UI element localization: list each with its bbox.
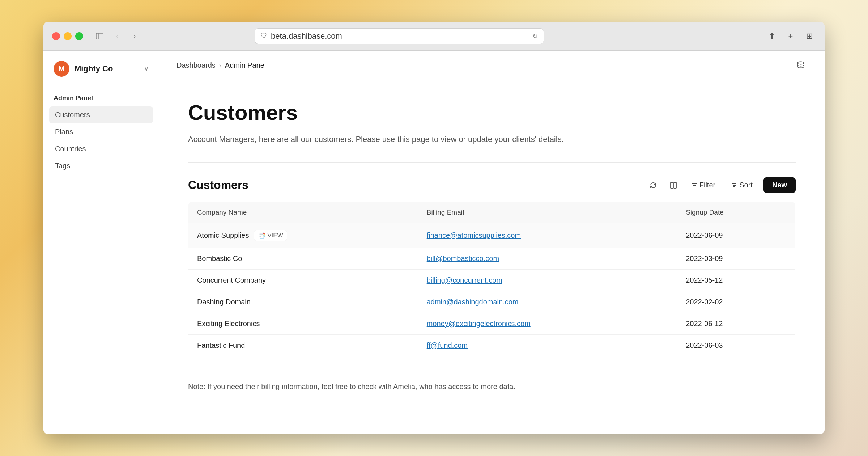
cell-signup: 2022-03-09 xyxy=(677,248,795,270)
cell-company: Fantastic Fund xyxy=(188,335,418,356)
column-signup: Signup Date xyxy=(677,202,795,223)
email-link[interactable]: finance@atomicsupplies.com xyxy=(427,231,521,239)
svg-point-2 xyxy=(797,62,804,64)
cell-email: money@excitingelectronics.com xyxy=(418,313,677,335)
cell-email: ff@fund.com xyxy=(418,335,677,356)
sidebar-item-customers[interactable]: Customers xyxy=(49,106,153,123)
svg-rect-3 xyxy=(671,182,673,188)
new-tab-button[interactable]: + xyxy=(784,30,797,43)
email-link[interactable]: billing@concurrent.com xyxy=(427,276,502,284)
email-link[interactable]: bill@bombasticco.com xyxy=(427,254,499,262)
sidebar-item-tags[interactable]: Tags xyxy=(49,157,153,174)
cell-signup: 2022-06-03 xyxy=(677,335,795,356)
traffic-lights xyxy=(52,32,83,40)
browser-actions: ⬆ + ⊞ xyxy=(765,30,816,43)
breadcrumb-root[interactable]: Dashboards xyxy=(176,61,216,69)
email-link[interactable]: money@excitingelectronics.com xyxy=(427,320,531,328)
column-email: Billing Email xyxy=(418,202,677,223)
cell-company: Exciting Electronics xyxy=(188,313,418,335)
cell-company: Atomic Supplies📑 VIEW xyxy=(188,223,418,248)
reload-icon[interactable]: ↻ xyxy=(532,32,538,40)
table-row[interactable]: Fantastic Fundff@fund.com2022-06-03 xyxy=(188,335,796,356)
app-layout: M Mighty Co ∨ Admin Panel Customers Plan… xyxy=(43,51,825,434)
sidebar-section: Admin Panel Customers Plans Countries Ta… xyxy=(43,84,159,182)
sidebar-section-title: Admin Panel xyxy=(49,92,153,106)
sidebar: M Mighty Co ∨ Admin Panel Customers Plan… xyxy=(43,51,159,434)
share-button[interactable]: ⬆ xyxy=(765,30,778,43)
cell-email: billing@concurrent.com xyxy=(418,270,677,291)
refresh-button[interactable] xyxy=(646,178,660,193)
shield-icon: 🛡 xyxy=(261,32,267,40)
table-header: Customers xyxy=(188,177,796,193)
table-actions: Filter Sort New xyxy=(646,177,796,193)
cell-signup: 2022-05-12 xyxy=(677,270,795,291)
table-section: Customers xyxy=(188,177,796,356)
browser-window: ‹ › 🛡 beta.dashibase.com ↻ ⬆ + ⊞ M Might… xyxy=(43,22,825,434)
svg-rect-4 xyxy=(674,182,676,188)
address-bar[interactable]: 🛡 beta.dashibase.com ↻ xyxy=(255,28,544,44)
cell-email: finance@atomicsupplies.com xyxy=(418,223,677,248)
table-header-row: Company Name Billing Email Signup Date xyxy=(188,202,796,223)
table-row[interactable]: Concurrent Companybilling@concurrent.com… xyxy=(188,270,796,291)
page-content: Customers Account Managers, here are all… xyxy=(159,80,825,434)
sidebar-item-plans[interactable]: Plans xyxy=(49,123,153,140)
table-title: Customers xyxy=(188,178,248,192)
sidebar-toggle-button[interactable] xyxy=(93,30,106,43)
filter-button[interactable]: Filter xyxy=(686,178,720,192)
customers-table: Company Name Billing Email Signup Date A… xyxy=(188,202,796,356)
cell-company: Bombastic Co xyxy=(188,248,418,270)
new-button[interactable]: New xyxy=(763,177,796,193)
cell-signup: 2022-06-09 xyxy=(677,223,795,248)
page-description: Account Managers, here are all our custo… xyxy=(188,133,796,145)
note-text: Note: If you need their billing informat… xyxy=(188,374,796,391)
breadcrumb-separator: › xyxy=(219,62,221,69)
browser-controls: ‹ › xyxy=(93,30,141,43)
tab-overview-button[interactable]: ⊞ xyxy=(803,30,816,43)
breadcrumb-current: Admin Panel xyxy=(225,61,266,69)
cell-company: Dashing Domain xyxy=(188,291,418,313)
sidebar-header: M Mighty Co ∨ xyxy=(43,51,159,84)
column-company: Company Name xyxy=(188,202,418,223)
topbar: Dashboards › Admin Panel xyxy=(159,51,825,80)
email-link[interactable]: ff@fund.com xyxy=(427,341,468,349)
columns-button[interactable] xyxy=(666,178,681,193)
cell-company: Concurrent Company xyxy=(188,270,418,291)
url-text: beta.dashibase.com xyxy=(271,31,342,41)
breadcrumb: Dashboards › Admin Panel xyxy=(176,61,266,69)
browser-chrome: ‹ › 🛡 beta.dashibase.com ↻ ⬆ + ⊞ xyxy=(43,22,825,51)
table-row[interactable]: Bombastic Cobill@bombasticco.com2022-03-… xyxy=(188,248,796,270)
view-badge[interactable]: 📑 VIEW xyxy=(254,230,287,241)
table-row[interactable]: Atomic Supplies📑 VIEWfinance@atomicsuppl… xyxy=(188,223,796,248)
org-avatar: M xyxy=(54,61,69,77)
minimize-button[interactable] xyxy=(64,32,72,40)
email-link[interactable]: admin@dashingdomain.com xyxy=(427,298,519,306)
divider xyxy=(188,162,796,163)
sort-button[interactable]: Sort xyxy=(726,178,758,192)
topbar-actions xyxy=(794,59,807,72)
org-name: Mighty Co xyxy=(75,64,139,73)
cell-email: bill@bombasticco.com xyxy=(418,248,677,270)
org-dropdown-icon[interactable]: ∨ xyxy=(144,65,149,73)
close-button[interactable] xyxy=(52,32,60,40)
page-title: Customers xyxy=(188,100,796,124)
svg-rect-0 xyxy=(96,33,103,39)
table-row[interactable]: Exciting Electronicsmoney@excitingelectr… xyxy=(188,313,796,335)
cell-signup: 2022-02-02 xyxy=(677,291,795,313)
fullscreen-button[interactable] xyxy=(75,32,83,40)
database-icon[interactable] xyxy=(794,59,807,72)
sort-label: Sort xyxy=(739,181,753,189)
cell-signup: 2022-06-12 xyxy=(677,313,795,335)
main-content: Dashboards › Admin Panel Custo xyxy=(159,51,825,434)
cell-email: admin@dashingdomain.com xyxy=(418,291,677,313)
sidebar-item-countries[interactable]: Countries xyxy=(49,140,153,157)
filter-label: Filter xyxy=(699,181,715,189)
table-row[interactable]: Dashing Domainadmin@dashingdomain.com202… xyxy=(188,291,796,313)
back-button[interactable]: ‹ xyxy=(111,30,124,43)
forward-button[interactable]: › xyxy=(128,30,141,43)
